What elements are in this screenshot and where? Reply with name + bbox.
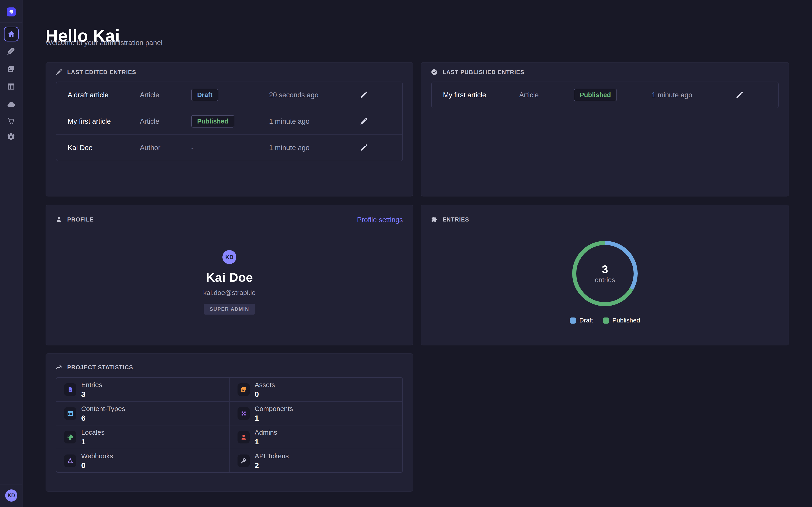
stat-icon-tile [238,407,250,420]
stat-cell-admins: Admins1 [230,425,402,449]
card-title: LAST EDITED ENTRIES [67,69,136,75]
stat-label: Admins [255,429,277,436]
globe-icon [67,434,73,441]
entry-type: Article [140,117,191,125]
entry-updated-time: 20 seconds ago [269,91,360,99]
user-icon [55,216,62,223]
entry-status: Draft [191,89,269,101]
card-title: PROJECT STATISTICS [67,364,133,371]
sidebar-item-marketplace[interactable] [6,115,16,126]
sidebar-item-home[interactable] [4,26,19,42]
legend-label: Published [612,317,640,324]
webhook-icon [67,457,73,464]
stat-icon-tile [64,431,76,443]
entry-status: Published [574,89,652,101]
status-badge: Draft [191,89,218,101]
donut-total-label: entries [595,277,615,283]
card-header: LAST EDITED ENTRIES [55,68,136,76]
stat-value: 0 [81,461,113,469]
stat-cell-entries: Entries3 [56,378,230,401]
card-header: PROJECT STATISTICS [55,363,133,372]
entry-name: My first article [68,117,140,125]
stat-label: Content-Types [81,405,125,412]
card-title: LAST PUBLISHED ENTRIES [443,69,524,75]
edit-entry-button[interactable] [360,143,369,153]
legend-item: Draft [570,317,593,324]
stat-icon-tile [238,431,250,443]
images-icon [7,65,15,73]
entries-card: ENTRIES 3 entries DraftPublished [421,205,789,345]
profile-email: kai.doe@strapi.io [46,289,413,296]
avatar: KD [222,250,236,264]
card-header: ENTRIES [431,215,469,224]
chart-legend: DraftPublished [421,317,789,324]
stat-icon-tile [64,454,76,467]
card-title: PROFILE [67,216,94,223]
stat-cell-locales: Locales1 [56,425,230,449]
entry-type: Article [140,91,191,99]
sidebar-item-media-library[interactable] [6,64,16,74]
edit-entry-button[interactable] [360,116,369,126]
entry-name: A draft article [68,91,140,99]
stat-cell-components: Components1 [230,401,402,425]
last-edited-entries-card: LAST EDITED ENTRIES A draft articleArtic… [46,62,413,196]
pencil-icon [360,117,368,125]
status-badge: Published [191,115,234,127]
sidebar-divider [0,484,22,485]
entry-status: Published [191,115,269,127]
cart-icon [7,116,15,125]
legend-item: Published [603,317,640,324]
stat-label: Entries [81,381,102,389]
gear-icon [7,132,15,141]
edit-entry-button[interactable] [735,90,745,100]
last-published-entries-table: My first articleArticlePublished1 minute… [431,81,779,108]
stat-value: 1 [81,438,104,446]
check-circle-icon [431,69,438,75]
table-row: My first articleArticlePublished1 minute… [432,82,778,108]
stat-value: 6 [81,414,125,422]
table-row: Kai DoeAuthor-1 minute ago [56,134,402,161]
stat-label: Webhooks [81,452,113,460]
entry-updated-time: 1 minute ago [269,144,360,152]
table-row: A draft articleArticleDraft20 seconds ag… [56,82,402,108]
trend-up-icon [55,364,62,371]
stat-cell-webhooks: Webhooks0 [56,449,230,472]
layout-icon [67,410,73,417]
pencil-icon [735,91,744,99]
donut-total-value: 3 [602,264,608,275]
legend-swatch [570,318,576,324]
project-statistics-card: PROJECT STATISTICS Entries3Assets0Conten… [46,353,413,492]
sidebar-item-deploy[interactable] [6,99,16,110]
card-header: PROFILE [55,215,94,224]
feather-icon [7,47,15,56]
profile-name: Kai Doe [46,270,413,285]
stat-label: Assets [255,381,275,389]
stat-value: 1 [255,438,277,446]
entries-donut-chart: 3 entries [572,241,638,306]
sidebar-item-content-manager[interactable] [6,46,16,57]
puzzle-icon [431,216,438,223]
strapi-logo[interactable] [7,7,16,16]
sidebar-item-settings[interactable] [6,131,16,142]
stat-icon-tile [64,407,76,420]
sidebar-item-content-type-builder[interactable] [6,81,16,92]
entry-updated-time: 1 minute ago [269,117,360,125]
stat-label: Components [255,405,293,412]
page-subtitle: Welcome to your administration panel [46,39,162,47]
stat-label: API Tokens [255,452,289,460]
last-edited-entries-table: A draft articleArticleDraft20 seconds ag… [56,81,403,161]
status-badge: Published [574,89,617,101]
profile-settings-link[interactable]: Profile settings [357,216,403,224]
sidebar-divider [0,22,22,22]
table-row: My first articleArticlePublished1 minute… [56,108,402,134]
card-header: LAST PUBLISHED ENTRIES [431,68,524,76]
stat-value: 3 [81,390,102,398]
entry-type: Author [140,144,191,152]
sidebar-user-avatar[interactable]: KD [5,490,17,502]
role-badge: SUPER ADMIN [204,304,255,315]
images-icon [240,386,247,393]
edit-entry-button[interactable] [360,90,369,100]
stat-cell-assets: Assets0 [230,378,402,401]
stat-cell-api-tokens: API Tokens2 [230,449,402,472]
stat-cell-content-types: Content-Types6 [56,401,230,425]
